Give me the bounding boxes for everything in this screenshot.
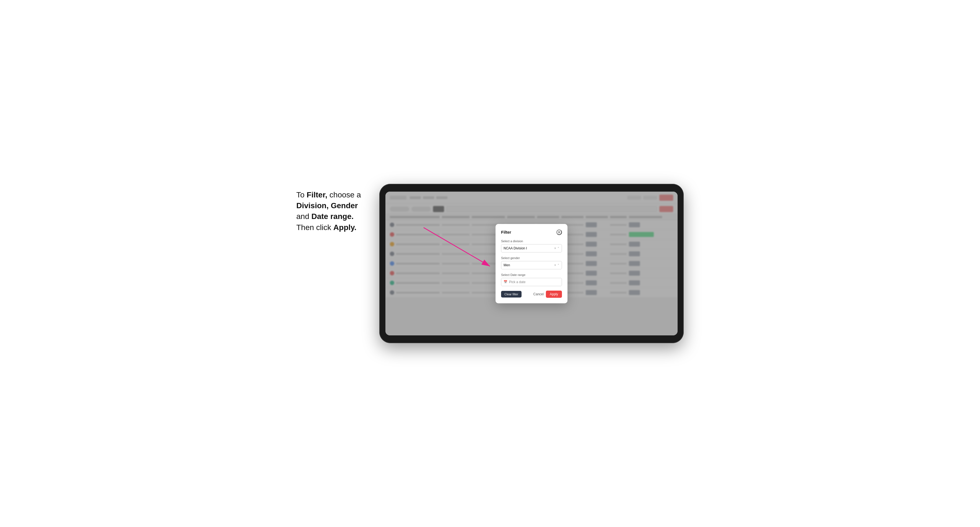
modal-footer: Clear filter Cancel Apply (501, 290, 562, 298)
gender-clear-icon[interactable]: × (554, 263, 556, 267)
cancel-button[interactable]: Cancel (533, 292, 544, 296)
gender-form-group: Select gender Men × ⌃ (501, 256, 562, 269)
gender-select[interactable]: Men × ⌃ (501, 261, 562, 269)
division-select[interactable]: NCAA Division I × ⌃ (501, 244, 562, 252)
division-selected-value: NCAA Division I (504, 246, 527, 250)
date-input[interactable]: 📅 Pick a date (501, 278, 562, 286)
calendar-icon: 📅 (504, 280, 508, 284)
modal-overlay: Filter ✕ Select a division NCAA Division… (385, 192, 678, 335)
modal-title: Filter (501, 230, 511, 235)
date-placeholder: Pick a date (509, 280, 525, 284)
gender-label: Select gender (501, 256, 562, 260)
tablet-frame: Filter ✕ Select a division NCAA Division… (379, 184, 684, 343)
division-select-actions: × ⌃ (554, 246, 560, 250)
gender-select-actions: × ⌃ (554, 263, 560, 267)
tablet-container: Filter ✕ Select a division NCAA Division… (379, 184, 684, 343)
bold-filter: Filter, (307, 190, 327, 199)
division-clear-icon[interactable]: × (554, 246, 556, 250)
filter-modal: Filter ✕ Select a division NCAA Division… (496, 224, 568, 303)
clear-filter-button[interactable]: Clear filter (501, 291, 522, 297)
gender-chevron-icon: ⌃ (557, 264, 560, 267)
bold-date-range: Date range. (312, 212, 354, 221)
instruction-text: To Filter, choose a Division, Gender and… (296, 184, 379, 233)
division-label: Select a division (501, 240, 562, 243)
bold-division-gender: Division, Gender (296, 201, 358, 210)
modal-close-button[interactable]: ✕ (557, 230, 562, 235)
gender-selected-value: Men (504, 263, 510, 267)
apply-button[interactable]: Apply (546, 290, 562, 298)
date-label: Select Date range (501, 273, 562, 276)
modal-header: Filter ✕ (501, 230, 562, 235)
division-chevron-icon: ⌃ (557, 247, 560, 250)
modal-footer-right: Cancel Apply (533, 290, 562, 298)
tablet-screen: Filter ✕ Select a division NCAA Division… (385, 192, 678, 335)
bold-apply: Apply. (333, 223, 356, 232)
date-form-group: Select Date range 📅 Pick a date (501, 273, 562, 286)
outer-wrapper: To Filter, choose a Division, Gender and… (296, 184, 684, 343)
division-form-group: Select a division NCAA Division I × ⌃ (501, 240, 562, 252)
